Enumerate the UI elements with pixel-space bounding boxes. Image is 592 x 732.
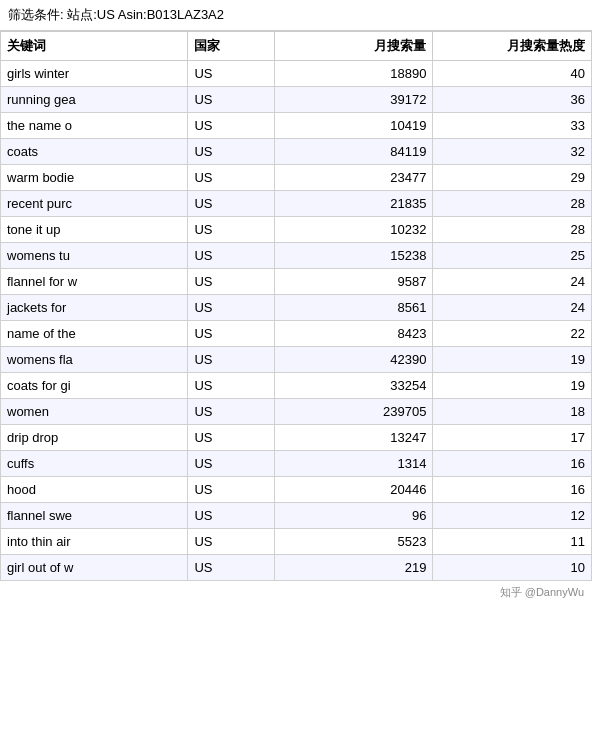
cell-monthly-search: 1314	[274, 451, 433, 477]
cell-heat: 28	[433, 217, 592, 243]
table-row: girls winter US1889040	[1, 61, 592, 87]
cell-keyword: warm bodie	[1, 165, 188, 191]
table-row: jackets for US856124	[1, 295, 592, 321]
table-row: warm bodieUS2347729	[1, 165, 592, 191]
cell-heat: 24	[433, 269, 592, 295]
cell-keyword: tone it up	[1, 217, 188, 243]
cell-country: US	[188, 269, 274, 295]
table-header-row: 关键词 国家 月搜索量 月搜索量热度	[1, 32, 592, 61]
cell-country: US	[188, 61, 274, 87]
cell-heat: 33	[433, 113, 592, 139]
cell-monthly-search: 20446	[274, 477, 433, 503]
cell-keyword: womens tu	[1, 243, 188, 269]
table-row: womens tuUS1523825	[1, 243, 592, 269]
cell-heat: 24	[433, 295, 592, 321]
cell-keyword: into thin air	[1, 529, 188, 555]
cell-heat: 16	[433, 477, 592, 503]
cell-heat: 25	[433, 243, 592, 269]
cell-keyword: cuffs	[1, 451, 188, 477]
cell-heat: 16	[433, 451, 592, 477]
data-table: 关键词 国家 月搜索量 月搜索量热度 girls winter US188904…	[0, 31, 592, 581]
col-keyword: 关键词	[1, 32, 188, 61]
table-row: name of theUS842322	[1, 321, 592, 347]
cell-keyword: girl out of w	[1, 555, 188, 581]
cell-country: US	[188, 373, 274, 399]
cell-heat: 22	[433, 321, 592, 347]
cell-country: US	[188, 165, 274, 191]
table-row: womenUS23970518	[1, 399, 592, 425]
cell-monthly-search: 39172	[274, 87, 433, 113]
table-row: flannel for wUS958724	[1, 269, 592, 295]
cell-country: US	[188, 139, 274, 165]
cell-heat: 40	[433, 61, 592, 87]
col-country: 国家	[188, 32, 274, 61]
table-row: the name oUS1041933	[1, 113, 592, 139]
cell-keyword: name of the	[1, 321, 188, 347]
cell-monthly-search: 219	[274, 555, 433, 581]
cell-keyword: womens fla	[1, 347, 188, 373]
table-row: running geaUS3917236	[1, 87, 592, 113]
cell-country: US	[188, 529, 274, 555]
cell-country: US	[188, 347, 274, 373]
col-heat: 月搜索量热度	[433, 32, 592, 61]
cell-monthly-search: 10232	[274, 217, 433, 243]
cell-heat: 18	[433, 399, 592, 425]
cell-keyword: hood	[1, 477, 188, 503]
table-row: girl out of wUS21910	[1, 555, 592, 581]
table-row: coats for giUS3325419	[1, 373, 592, 399]
cell-country: US	[188, 503, 274, 529]
cell-monthly-search: 42390	[274, 347, 433, 373]
cell-keyword: the name o	[1, 113, 188, 139]
cell-country: US	[188, 295, 274, 321]
cell-monthly-search: 9587	[274, 269, 433, 295]
cell-monthly-search: 23477	[274, 165, 433, 191]
cell-monthly-search: 8423	[274, 321, 433, 347]
cell-heat: 28	[433, 191, 592, 217]
cell-keyword: running gea	[1, 87, 188, 113]
cell-keyword: women	[1, 399, 188, 425]
table-row: hoodUS2044616	[1, 477, 592, 503]
cell-keyword: recent purc	[1, 191, 188, 217]
cell-keyword: flannel swe	[1, 503, 188, 529]
cell-country: US	[188, 425, 274, 451]
cell-country: US	[188, 399, 274, 425]
cell-monthly-search: 5523	[274, 529, 433, 555]
cell-heat: 19	[433, 347, 592, 373]
table-row: recent purcUS2183528	[1, 191, 592, 217]
table-row: cuffsUS131416	[1, 451, 592, 477]
cell-heat: 10	[433, 555, 592, 581]
cell-country: US	[188, 451, 274, 477]
cell-keyword: coats for gi	[1, 373, 188, 399]
cell-country: US	[188, 321, 274, 347]
cell-country: US	[188, 217, 274, 243]
cell-country: US	[188, 191, 274, 217]
cell-country: US	[188, 243, 274, 269]
cell-monthly-search: 13247	[274, 425, 433, 451]
cell-country: US	[188, 87, 274, 113]
cell-country: US	[188, 477, 274, 503]
cell-monthly-search: 21835	[274, 191, 433, 217]
cell-heat: 17	[433, 425, 592, 451]
cell-keyword: girls winter	[1, 61, 188, 87]
table-row: coatsUS8411932	[1, 139, 592, 165]
cell-heat: 32	[433, 139, 592, 165]
table-row: tone it upUS1023228	[1, 217, 592, 243]
cell-monthly-search: 239705	[274, 399, 433, 425]
cell-keyword: jackets for	[1, 295, 188, 321]
table-row: womens flaUS4239019	[1, 347, 592, 373]
cell-heat: 36	[433, 87, 592, 113]
cell-monthly-search: 8561	[274, 295, 433, 321]
filter-bar: 筛选条件: 站点:US Asin:B013LAZ3A2	[0, 0, 592, 31]
cell-keyword: flannel for w	[1, 269, 188, 295]
cell-monthly-search: 15238	[274, 243, 433, 269]
table-row: drip dropUS1324717	[1, 425, 592, 451]
cell-keyword: coats	[1, 139, 188, 165]
cell-monthly-search: 10419	[274, 113, 433, 139]
cell-country: US	[188, 555, 274, 581]
cell-heat: 11	[433, 529, 592, 555]
filter-label: 筛选条件: 站点:US Asin:B013LAZ3A2	[8, 7, 224, 22]
table-row: flannel sweUS9612	[1, 503, 592, 529]
watermark: 知乎 @DannyWu	[0, 581, 592, 604]
cell-monthly-search: 18890	[274, 61, 433, 87]
col-monthly-search: 月搜索量	[274, 32, 433, 61]
